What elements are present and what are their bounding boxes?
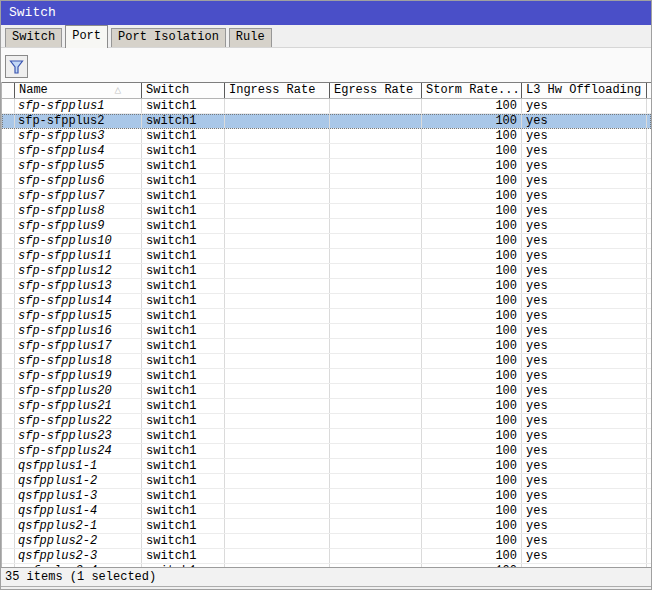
table-row[interactable]: sfp-sfpplus21 switch1 100 yes: [2, 399, 651, 414]
cell-l3-hw-offloading: yes: [522, 384, 647, 398]
cell-name: qsfpplus1-3: [15, 489, 142, 503]
cell-egress-rate: [330, 549, 422, 563]
column-header-name[interactable]: Name △: [15, 83, 142, 98]
table-row[interactable]: sfp-sfpplus9 switch1 100 yes: [2, 219, 651, 234]
cell-ingress-rate: [225, 264, 330, 278]
cell-flags: [2, 309, 15, 323]
table-row[interactable]: sfp-sfpplus17 switch1 100 yes: [2, 339, 651, 354]
table-row[interactable]: sfp-sfpplus5 switch1 100 yes: [2, 159, 651, 174]
table-row[interactable]: sfp-sfpplus6 switch1 100 yes: [2, 174, 651, 189]
table-row[interactable]: sfp-sfpplus4 switch1 100 yes: [2, 144, 651, 159]
cell-egress-rate: [330, 324, 422, 338]
cell-storm-rate: 100: [422, 564, 522, 567]
cell-name: sfp-sfpplus21: [15, 399, 142, 413]
cell-switch: switch1: [142, 279, 225, 293]
table-row[interactable]: qsfpplus2-4 switch1 100 yes: [2, 564, 651, 567]
table-row[interactable]: sfp-sfpplus19 switch1 100 yes: [2, 369, 651, 384]
cell-egress-rate: [330, 354, 422, 368]
cell-l3-hw-offloading: yes: [522, 189, 647, 203]
tab-port-isolation[interactable]: Port Isolation: [111, 28, 226, 47]
table-row[interactable]: sfp-sfpplus16 switch1 100 yes: [2, 324, 651, 339]
table-row[interactable]: sfp-sfpplus23 switch1 100 yes: [2, 429, 651, 444]
cell-spacer: [647, 189, 651, 203]
cell-l3-hw-offloading: yes: [522, 324, 647, 338]
table-row[interactable]: sfp-sfpplus20 switch1 100 yes: [2, 384, 651, 399]
cell-switch: switch1: [142, 309, 225, 323]
tab-switch[interactable]: Switch: [5, 28, 62, 47]
column-header-ingress-rate[interactable]: Ingress Rate: [225, 83, 330, 98]
cell-l3-hw-offloading: yes: [522, 474, 647, 488]
cell-ingress-rate: [225, 159, 330, 173]
table-row[interactable]: qsfpplus1-4 switch1 100 yes: [2, 504, 651, 519]
table-row[interactable]: sfp-sfpplus10 switch1 100 yes: [2, 234, 651, 249]
cell-name: qsfpplus2-4: [15, 564, 142, 567]
cell-switch: switch1: [142, 234, 225, 248]
cell-switch: switch1: [142, 114, 225, 128]
cell-switch: switch1: [142, 549, 225, 563]
table-row[interactable]: sfp-sfpplus14 switch1 100 yes: [2, 294, 651, 309]
table-row[interactable]: sfp-sfpplus3 switch1 100 yes: [2, 129, 651, 144]
cell-ingress-rate: [225, 234, 330, 248]
cell-ingress-rate: [225, 369, 330, 383]
cell-name: sfp-sfpplus2: [15, 114, 142, 128]
tab-rule[interactable]: Rule: [229, 28, 272, 47]
cell-flags: [2, 204, 15, 218]
cell-spacer: [647, 489, 651, 503]
cell-flags: [2, 504, 15, 518]
table-row[interactable]: sfp-sfpplus8 switch1 100 yes: [2, 204, 651, 219]
window-title: Switch: [9, 5, 56, 20]
cell-egress-rate: [330, 99, 422, 113]
cell-flags: [2, 234, 15, 248]
cell-ingress-rate: [225, 324, 330, 338]
table-row[interactable]: qsfpplus1-2 switch1 100 yes: [2, 474, 651, 489]
column-header-switch[interactable]: Switch: [142, 83, 225, 98]
cell-name: sfp-sfpplus22: [15, 414, 142, 428]
cell-switch: switch1: [142, 519, 225, 533]
table-row[interactable]: sfp-sfpplus13 switch1 100 yes: [2, 279, 651, 294]
table-header-row: Name △ Switch Ingress Rate Egress Rate S…: [2, 82, 651, 99]
table-row[interactable]: qsfpplus2-1 switch1 100 yes: [2, 519, 651, 534]
cell-l3-hw-offloading: yes: [522, 354, 647, 368]
cell-storm-rate: 100: [422, 504, 522, 518]
cell-egress-rate: [330, 234, 422, 248]
cell-flags: [2, 219, 15, 233]
table-row[interactable]: qsfpplus2-3 switch1 100 yes: [2, 549, 651, 564]
tab-port[interactable]: Port: [65, 25, 108, 48]
cell-storm-rate: 100: [422, 99, 522, 113]
column-header-l3-hw-offloading[interactable]: L3 Hw Offloading: [522, 83, 647, 98]
cell-name: sfp-sfpplus4: [15, 144, 142, 158]
cell-spacer: [647, 354, 651, 368]
cell-flags: [2, 384, 15, 398]
window-titlebar[interactable]: Switch: [1, 1, 651, 25]
column-header-name-label: Name: [19, 83, 48, 98]
cell-spacer: [647, 474, 651, 488]
column-header-spacer: [647, 83, 652, 98]
cell-ingress-rate: [225, 309, 330, 323]
filter-button[interactable]: [5, 55, 28, 78]
table-row[interactable]: sfp-sfpplus11 switch1 100 yes: [2, 249, 651, 264]
cell-storm-rate: 100: [422, 129, 522, 143]
table-row[interactable]: sfp-sfpplus15 switch1 100 yes: [2, 309, 651, 324]
cell-spacer: [647, 444, 651, 458]
table-row[interactable]: sfp-sfpplus12 switch1 100 yes: [2, 264, 651, 279]
column-header-flags[interactable]: [2, 83, 15, 98]
table-row[interactable]: qsfpplus2-2 switch1 100 yes: [2, 534, 651, 549]
table-row[interactable]: qsfpplus1-1 switch1 100 yes: [2, 459, 651, 474]
column-header-storm-rate[interactable]: Storm Rate...: [422, 83, 522, 98]
table-row[interactable]: sfp-sfpplus24 switch1 100 yes: [2, 444, 651, 459]
cell-switch: switch1: [142, 339, 225, 353]
table-row[interactable]: qsfpplus1-3 switch1 100 yes: [2, 489, 651, 504]
cell-ingress-rate: [225, 474, 330, 488]
table-row[interactable]: sfp-sfpplus7 switch1 100 yes: [2, 189, 651, 204]
table-row[interactable]: sfp-sfpplus18 switch1 100 yes: [2, 354, 651, 369]
table-row[interactable]: sfp-sfpplus2 switch1 100 yes: [2, 114, 651, 129]
cell-egress-rate: [330, 459, 422, 473]
cell-spacer: [647, 219, 651, 233]
table-row[interactable]: sfp-sfpplus1 switch1 100 yes: [2, 99, 651, 114]
cell-flags: [2, 339, 15, 353]
cell-spacer: [647, 399, 651, 413]
cell-name: sfp-sfpplus16: [15, 324, 142, 338]
column-header-egress-rate[interactable]: Egress Rate: [330, 83, 422, 98]
cell-flags: [2, 324, 15, 338]
table-row[interactable]: sfp-sfpplus22 switch1 100 yes: [2, 414, 651, 429]
